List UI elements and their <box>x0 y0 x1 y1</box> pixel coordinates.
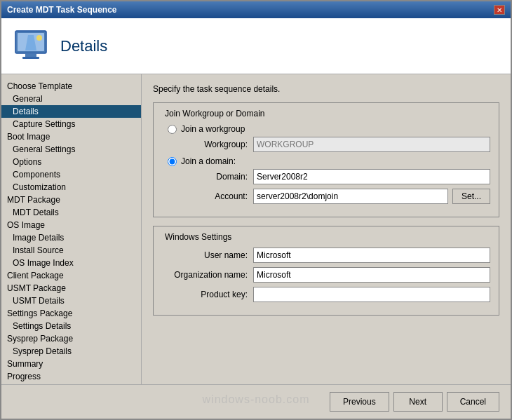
domain-row: Domain: <box>162 169 490 184</box>
product-key-label: Product key: <box>162 290 253 299</box>
sidebar-item-sysprep-details[interactable]: Sysprep Details <box>1 345 141 358</box>
workgroup-radio-label: Join a workgroup <box>181 124 245 134</box>
sidebar-item-details[interactable]: Details <box>1 105 141 118</box>
set-button[interactable]: Set... <box>452 189 490 204</box>
sidebar-item-install-source[interactable]: Install Source <box>1 244 141 257</box>
windows-settings-group-box: Windows Settings User name: Organization… <box>153 226 499 316</box>
svg-rect-2 <box>25 53 36 57</box>
account-row: Account: Set... <box>162 189 490 204</box>
username-label: User name: <box>162 250 253 260</box>
account-input[interactable] <box>253 189 448 204</box>
header-icon <box>13 28 49 65</box>
domain-input[interactable] <box>253 169 490 184</box>
domain-radio[interactable] <box>168 157 177 166</box>
windows-settings-group-title: Windows Settings <box>162 232 234 242</box>
window-title: Create MDT Task Sequence <box>7 5 117 15</box>
svg-rect-3 <box>22 57 39 59</box>
main-content: Specify the task sequence details. Join … <box>142 74 511 384</box>
sidebar-item-usmt-details[interactable]: USMT Details <box>1 294 141 307</box>
join-group-title: Join Workgroup or Domain <box>162 109 268 118</box>
sidebar-item-settings-package[interactable]: Settings Package <box>1 307 141 320</box>
workgroup-radio-row: Join a workgroup <box>168 124 490 134</box>
workgroup-row: Workgroup: <box>162 137 490 152</box>
sidebar-item-client-package[interactable]: Client Package <box>1 269 141 282</box>
header: Details <box>1 18 511 74</box>
sidebar-item-image-details[interactable]: Image Details <box>1 231 141 244</box>
account-label: Account: <box>162 191 253 201</box>
workgroup-input[interactable] <box>253 137 490 152</box>
sidebar-item-summary[interactable]: Summary <box>1 358 141 370</box>
product-key-row: Product key: <box>162 287 490 302</box>
sidebar-item-components[interactable]: Components <box>1 168 141 181</box>
sidebar-item-general-settings[interactable]: General Settings <box>1 143 141 156</box>
instruction-text: Specify the task sequence details. <box>153 84 499 94</box>
workgroup-label: Workgroup: <box>162 140 253 149</box>
domain-radio-row: Join a domain: <box>168 156 490 166</box>
header-title: Details <box>60 37 107 55</box>
sidebar-item-mdt-details[interactable]: MDT Details <box>1 206 141 219</box>
next-button[interactable]: Next <box>393 392 443 412</box>
workgroup-radio[interactable] <box>168 125 177 134</box>
sidebar-item-progress[interactable]: Progress <box>1 370 141 383</box>
username-row: User name: <box>162 248 490 263</box>
footer: Previous Next Cancel <box>1 384 511 419</box>
org-name-input[interactable] <box>253 267 490 283</box>
svg-point-5 <box>36 35 42 41</box>
username-input[interactable] <box>253 248 490 263</box>
product-key-input[interactable] <box>253 287 490 302</box>
sidebar-item-general[interactable]: General <box>1 93 141 105</box>
sidebar-item-os-image-index[interactable]: OS Image Index <box>1 257 141 269</box>
sidebar-item-mdt-package[interactable]: MDT Package <box>1 194 141 206</box>
sidebar-item-usmt-package[interactable]: USMT Package <box>1 282 141 294</box>
sidebar-item-options[interactable]: Options <box>1 156 141 168</box>
sidebar-item-customization[interactable]: Customization <box>1 181 141 194</box>
sidebar-item-boot-image[interactable]: Boot Image <box>1 130 141 143</box>
sidebar-item-sysprep-package[interactable]: Sysprep Package <box>1 332 141 345</box>
sidebar-item-os-image[interactable]: OS Image <box>1 219 141 231</box>
cancel-button[interactable]: Cancel <box>447 392 499 412</box>
sidebar-item-settings-details[interactable]: Settings Details <box>1 320 141 332</box>
sidebar-item-capture-settings[interactable]: Capture Settings <box>1 118 141 130</box>
close-button[interactable]: ✕ <box>494 5 505 15</box>
org-name-row: Organization name: <box>162 267 490 283</box>
join-group-box: Join Workgroup or Domain Join a workgrou… <box>153 102 499 217</box>
org-name-label: Organization name: <box>162 270 253 280</box>
sidebar: Choose TemplateGeneralDetailsCapture Set… <box>1 74 142 384</box>
domain-radio-label: Join a domain: <box>181 156 236 166</box>
domain-label: Domain: <box>162 172 253 182</box>
sidebar-item-choose-template[interactable]: Choose Template <box>1 80 141 93</box>
previous-button[interactable]: Previous <box>330 392 389 412</box>
